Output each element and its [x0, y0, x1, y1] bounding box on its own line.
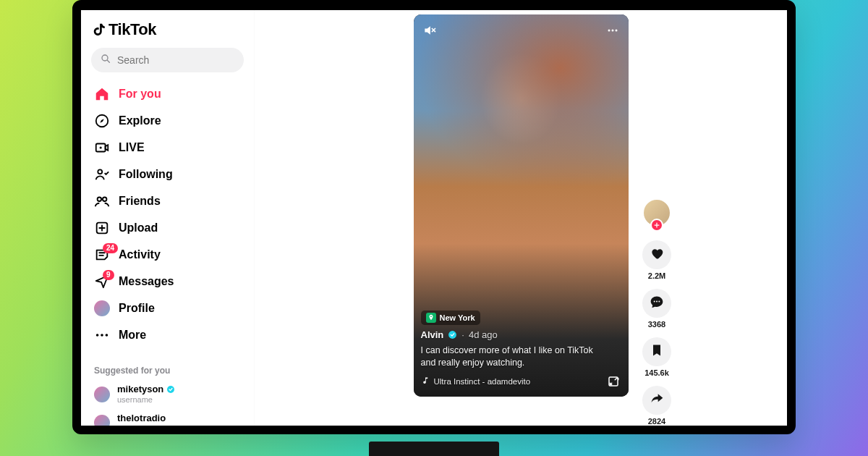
compass-icon	[94, 113, 110, 129]
action-rail: 2.2M 3368 145.6k 2824	[642, 198, 671, 426]
follow-plus-icon[interactable]	[650, 219, 663, 232]
live-icon	[94, 140, 110, 156]
primary-nav: For you Explore LIVE Following	[90, 81, 245, 348]
video-caption: I can discover more of what I like on Ti…	[421, 345, 595, 369]
search-input[interactable]	[117, 54, 235, 66]
location-label: New York	[440, 313, 475, 322]
svg-point-21	[658, 301, 660, 303]
tiktok-note-icon	[91, 22, 107, 38]
more-icon	[94, 327, 110, 343]
nav-label: Following	[119, 168, 173, 181]
nav-friends[interactable]: Friends	[90, 188, 245, 214]
suggested-name: thelotradio	[117, 413, 166, 424]
like-count: 2.2M	[648, 271, 665, 280]
nav-label: Activity	[119, 248, 161, 261]
suggested-name: miketyson	[117, 384, 163, 395]
sidebar: TikTok For you Explore	[81, 10, 255, 426]
nav-for-you[interactable]: For you	[90, 81, 245, 107]
avatar	[642, 198, 671, 227]
expand-button[interactable]	[605, 373, 621, 389]
location-pin-icon	[426, 313, 436, 323]
video-more-button[interactable]	[604, 22, 621, 39]
nav-label: Explore	[119, 114, 161, 127]
separator-dot: ·	[461, 329, 464, 340]
svg-line-1	[107, 60, 109, 62]
nav-live[interactable]: LIVE	[90, 135, 245, 161]
heart-icon	[650, 246, 664, 263]
svg-point-19	[654, 301, 655, 303]
comment-button[interactable]: 3368	[642, 289, 671, 329]
svg-point-0	[102, 55, 108, 61]
svg-point-6	[98, 198, 102, 202]
brand-wordmark: TikTok	[109, 20, 156, 39]
share-icon	[650, 392, 664, 409]
nav-label: Profile	[119, 302, 155, 315]
home-icon	[94, 86, 110, 102]
svg-point-4	[100, 146, 102, 148]
comment-count: 3368	[648, 320, 665, 329]
feed-area: New York Alvin · 4d ago I can discover m…	[255, 10, 787, 426]
suggested-sub: username	[117, 424, 166, 434]
author-avatar-button[interactable]	[642, 198, 671, 227]
profile-avatar-icon	[94, 300, 110, 316]
suggested-heading: Suggested for you	[90, 366, 245, 379]
svg-point-10	[101, 334, 103, 337]
plus-square-icon	[94, 220, 110, 236]
nav-label: More	[119, 329, 146, 342]
nav-label: Friends	[119, 195, 161, 208]
suggested-account[interactable]: miketyson username	[90, 381, 245, 408]
sound-chip[interactable]: Ultra Instinct - adamdevito	[421, 376, 531, 387]
svg-point-11	[106, 334, 109, 337]
suggested-sub: username	[117, 395, 175, 405]
svg-point-20	[656, 301, 658, 303]
mute-button[interactable]	[421, 22, 438, 39]
share-button[interactable]: 2824	[642, 386, 671, 426]
music-note-icon	[421, 376, 430, 387]
search-icon	[100, 53, 111, 67]
svg-point-5	[98, 169, 102, 174]
video-byline[interactable]: Alvin · 4d ago	[421, 329, 621, 340]
svg-point-15	[611, 30, 613, 32]
avatar	[94, 387, 110, 402]
nav-profile[interactable]: Profile	[90, 295, 245, 321]
nav-following[interactable]: Following	[90, 161, 245, 187]
comment-icon	[650, 295, 664, 312]
bookmark-icon	[650, 343, 664, 360]
nav-messages[interactable]: 9 Messages	[90, 269, 245, 295]
nav-label: Upload	[119, 221, 158, 235]
search-bar[interactable]	[91, 48, 244, 72]
location-chip[interactable]: New York	[421, 311, 480, 325]
nav-label: Messages	[119, 275, 174, 288]
share-count: 2824	[648, 417, 665, 426]
activity-badge: 24	[103, 243, 118, 253]
like-button[interactable]: 2.2M	[642, 240, 671, 280]
brand-logo[interactable]: TikTok	[90, 20, 245, 45]
svg-point-9	[96, 334, 99, 337]
save-count: 145.6k	[644, 368, 669, 377]
verified-icon	[166, 385, 175, 394]
users-icon	[94, 193, 110, 209]
nav-more[interactable]: More	[90, 322, 245, 348]
user-check-icon	[94, 166, 110, 182]
nav-upload[interactable]: Upload	[90, 215, 245, 241]
svg-point-16	[615, 30, 617, 32]
svg-point-7	[103, 198, 107, 202]
avatar	[94, 415, 110, 431]
nav-label: LIVE	[119, 141, 145, 154]
suggested-account[interactable]: thelotradio username	[90, 410, 245, 434]
verified-icon	[448, 330, 457, 339]
nav-label: For you	[119, 88, 161, 101]
video-time: 4d ago	[469, 329, 498, 340]
nav-activity[interactable]: 24 Activity	[90, 242, 245, 268]
save-button[interactable]: 145.6k	[642, 337, 671, 377]
author-name: Alvin	[421, 329, 444, 340]
app-window: TikTok For you Explore	[81, 10, 787, 426]
sound-label: Ultra Instinct - adamdevito	[434, 377, 531, 386]
video-player[interactable]: New York Alvin · 4d ago I can discover m…	[414, 14, 629, 397]
monitor-stand	[369, 442, 499, 456]
svg-point-14	[608, 30, 610, 32]
nav-explore[interactable]: Explore	[90, 108, 245, 134]
messages-badge: 9	[103, 270, 114, 280]
